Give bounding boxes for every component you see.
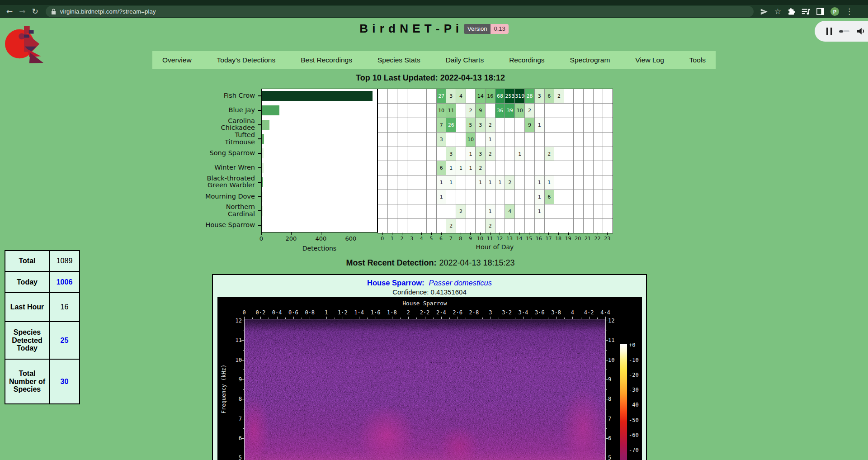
nav-item-today-s-detections[interactable]: Today's Detections xyxy=(217,56,276,64)
bar-category-label: Carolina Chickadee xyxy=(204,118,255,132)
back-icon[interactable]: ← xyxy=(6,8,13,15)
heatmap-cell: 2 xyxy=(554,89,564,103)
nav-item-view-log[interactable]: View Log xyxy=(635,56,664,64)
reload-icon[interactable]: ↻ xyxy=(32,8,38,15)
heatmap-cell xyxy=(427,89,436,103)
freq-minor-tick-right xyxy=(605,389,607,390)
heatmap-cell xyxy=(446,204,456,218)
time-tick xyxy=(343,317,343,319)
freq-tick-label: 6 xyxy=(226,435,242,441)
heatmap-cell xyxy=(456,147,466,161)
freq-minor-tick xyxy=(243,350,244,351)
hour-xtick-label: 5 xyxy=(429,236,433,242)
heatmap-cell: 2 xyxy=(486,118,495,132)
heatmap-cell xyxy=(427,161,436,175)
volume-icon[interactable] xyxy=(856,27,865,35)
heatmap-cell: 2 xyxy=(466,104,476,118)
heatmap-cell xyxy=(574,161,583,175)
time-tick xyxy=(376,317,376,319)
forward-icon[interactable]: → xyxy=(19,8,25,15)
stats-value-species-detected-today[interactable]: 25 xyxy=(50,322,79,359)
heatmap-cell xyxy=(603,161,613,175)
pause-icon[interactable] xyxy=(826,28,832,35)
stats-value-today[interactable]: 1006 xyxy=(50,272,79,292)
nav-item-recordings[interactable]: Recordings xyxy=(509,56,544,64)
time-minor-tick xyxy=(564,318,565,319)
freq-tick xyxy=(241,419,244,419)
time-tick-label: 2 xyxy=(407,309,410,316)
nav-item-spectrogram[interactable]: Spectrogram xyxy=(570,56,610,64)
heatmap-cell xyxy=(427,219,436,233)
stats-row-total: Total1089 xyxy=(5,251,79,271)
audio-player[interactable] xyxy=(815,21,868,42)
hour-xtick xyxy=(461,232,461,235)
hour-xtick-label: 23 xyxy=(604,236,610,242)
heatmap-cell xyxy=(378,118,387,132)
spectrogram-colorbar xyxy=(620,344,627,460)
heatmap-cell xyxy=(397,175,407,190)
heatmap-cell xyxy=(574,175,583,190)
heatmap-cell xyxy=(407,175,417,190)
nav-item-overview[interactable]: Overview xyxy=(162,56,192,64)
bar-ytick xyxy=(258,210,261,211)
media-playlist-icon[interactable] xyxy=(802,8,810,15)
extensions-icon[interactable] xyxy=(788,8,795,15)
heatmap-cell xyxy=(388,190,397,204)
bar-winter-wren xyxy=(262,163,264,173)
bar-song-sparrow xyxy=(262,148,264,158)
time-minor-tick xyxy=(532,318,532,319)
profile-avatar[interactable]: P xyxy=(830,7,839,16)
heatmap-cell xyxy=(554,147,564,161)
stats-value-total-number-of-species[interactable]: 30 xyxy=(50,360,79,403)
heatmap-cell xyxy=(417,133,427,147)
bar-xtick-label: 400 xyxy=(316,235,327,242)
heatmap-cell xyxy=(495,147,505,161)
url-bar[interactable]: virginia.birdnetpi.com/?stream=play xyxy=(46,6,754,17)
heatmap-cell xyxy=(525,147,534,161)
stats-link-species-detected-today[interactable]: 25 xyxy=(61,337,69,345)
menu-dots-icon[interactable]: ⋮ xyxy=(845,8,853,15)
seek-slider[interactable] xyxy=(839,30,849,33)
heatmap-cell xyxy=(427,104,436,118)
bar-ytick xyxy=(258,153,261,154)
most-recent-heading: Most Recent Detection:2022-04-13 18:15:2… xyxy=(0,258,861,268)
time-tick xyxy=(556,317,557,319)
heatmap-cell xyxy=(466,204,476,218)
nav-item-species-stats[interactable]: Species Stats xyxy=(377,56,420,64)
time-minor-tick xyxy=(351,318,351,319)
heatmap-cell xyxy=(495,133,505,147)
heatmap-cell xyxy=(495,190,505,204)
send-icon[interactable] xyxy=(760,8,768,15)
stats-link-total-number-of-species[interactable]: 30 xyxy=(61,378,69,386)
nav-item-tools[interactable]: Tools xyxy=(689,56,706,64)
heatmap-cell xyxy=(584,89,593,103)
heatmap-cell: 2 xyxy=(446,219,456,233)
freq-tick-label-right: 10 xyxy=(608,357,622,363)
nav-item-best-recordings[interactable]: Best Recordings xyxy=(301,56,352,64)
heatmap-cell xyxy=(515,175,524,190)
heatmap-cell: 27 xyxy=(437,89,446,103)
colorbar-tick-label: -60 xyxy=(629,432,639,438)
heatmap-cell xyxy=(545,133,554,147)
time-tick-label: 1·4 xyxy=(354,309,364,316)
bookmark-star-icon[interactable]: ☆ xyxy=(774,8,781,15)
time-tick-label: 2·4 xyxy=(436,309,446,316)
time-tick xyxy=(244,317,245,319)
stats-label-species-detected-today: Species Detected Today xyxy=(5,322,50,359)
heatmap-cell xyxy=(378,104,387,118)
hour-xtick-label: 17 xyxy=(545,236,552,242)
time-tick xyxy=(310,317,310,319)
heatmap-cell xyxy=(584,219,593,233)
stats-link-today[interactable]: 1006 xyxy=(57,278,73,286)
colorbar-tick-label: +0 xyxy=(629,342,635,348)
heatmap-cell: 1 xyxy=(515,147,524,161)
time-minor-tick xyxy=(384,318,384,319)
freq-tick-right xyxy=(605,438,608,439)
side-panel-icon[interactable] xyxy=(816,8,824,15)
spectrogram-title: House Sparrow xyxy=(244,300,605,307)
spectrogram-image xyxy=(244,319,605,460)
freq-tick-label-right: 11 xyxy=(608,337,622,343)
screen: ← → ↻ virginia.birdnetpi.com/?stream=pla… xyxy=(0,0,868,460)
spectrogram-panel: House Sparrow Frequency (kHz) xyxy=(217,297,642,460)
nav-item-daily-charts[interactable]: Daily Charts xyxy=(446,56,484,64)
